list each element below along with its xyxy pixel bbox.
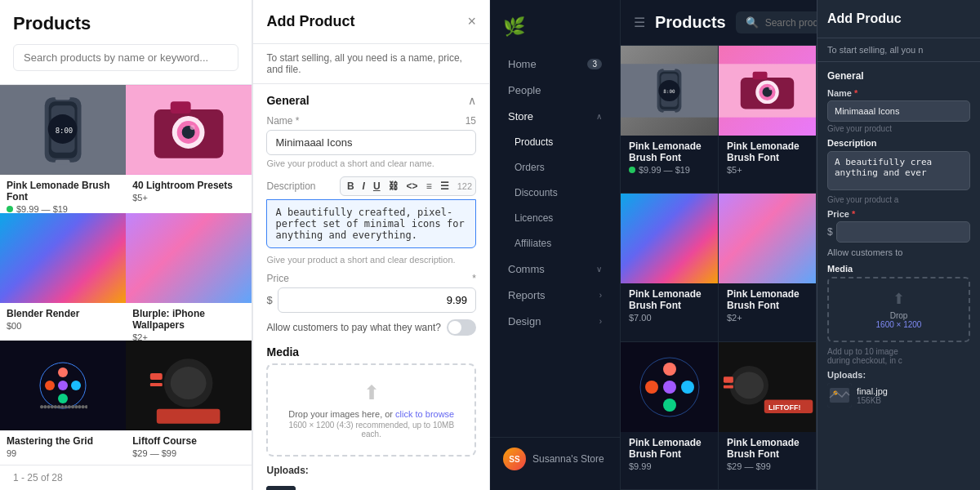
svg-text:8:00: 8:00 [663,88,675,94]
product-name-5: Liftoff Course [132,435,245,447]
svg-rect-25 [150,373,163,380]
dark-nav-affiliates-label: Affiliates [514,238,551,249]
light-product-card-0[interactable]: 8:00 Pink Lemonade Brush Font $9.99 — $1… [0,85,126,213]
light-price-row: $ [266,287,476,313]
dark-nav-item-reports[interactable]: Reports › [495,283,615,308]
dark-nav-item-comms[interactable]: Comms ∨ [495,256,615,282]
svg-point-17 [58,368,68,377]
dark-product-info-2: Pink Lemonade Brush Font $7.00 [621,283,718,329]
dark-nav-item-affiliates[interactable]: Affiliates [501,231,615,256]
dark-product-card-4[interactable]: Pink Lemonade Brush Font $9.99 [621,342,719,490]
light-products-title: Products [13,13,238,34]
dark-product-card-1[interactable]: Pink Lemonade Brush Font $5+ [719,46,817,194]
chevron-up-icon: ∧ [468,94,476,107]
dark-product-info-3: Pink Lemonade Brush Font $2+ [719,283,816,329]
list-button[interactable]: ≡ [423,179,435,194]
dark-allow-custom-label: Allow customers to [827,247,902,257]
dark-product-name-4: Pink Lemonade Brush Font [629,437,710,460]
dark-menu-icon[interactable]: ☰ [634,15,645,30]
light-product-card-1[interactable]: 40 Lightroom Presets $5+ [126,85,252,213]
dark-panel: 🌿 Home 3 People Store ∧ Products Orders [490,0,980,490]
dark-search-input[interactable] [765,17,817,29]
code-button[interactable]: <> [403,179,421,194]
dark-name-input[interactable] [827,100,970,122]
svg-point-16 [45,381,55,390]
dark-page-title: Products [655,13,726,32]
light-product-card-4[interactable]: ●●●●●●●●●●●●●●●●● Mastering the Grid 99 [0,341,126,465]
light-allow-custom-toggle[interactable] [447,319,476,336]
dark-desc-textarea[interactable]: A beautifully crea anything and ever [827,151,970,190]
product-name-3: Blurple: iPhone Wallpapers [132,308,245,331]
light-modal-header: Add Product × [253,0,489,44]
product-image-render [0,213,126,303]
dark-product-name-2: Pink Lemonade Brush Font [629,288,710,311]
light-allow-custom-label: Allow customers to pay what they want? [266,322,440,333]
light-product-card-5[interactable]: LIFTOFF! Liftoff Course $29 — $99 [126,341,252,465]
dark-search-icon: 🔍 [746,16,759,29]
light-product-card-3[interactable]: Blurple: iPhone Wallpapers $2+ [126,213,252,341]
light-products-header: Products [0,0,252,85]
light-name-input[interactable] [266,130,476,155]
light-modal-title: Add Product [266,13,354,30]
chevron-right-icon: › [599,291,602,300]
dark-nav-item-people[interactable]: People [495,78,615,103]
dark-upload-filename: final.jpg [857,386,970,396]
ordered-list-button[interactable]: ☰ [437,179,452,194]
svg-point-19 [58,394,68,403]
light-price-input[interactable] [278,287,476,313]
dark-product-info-5: Pink Lemonade Brush Font $29 — $99 [719,432,816,478]
light-media-drop[interactable]: ⬆ Drop your images here, or click to bro… [266,363,476,457]
svg-point-18 [71,381,81,390]
dark-product-card-5[interactable]: LIFTOFF! Pink Lemonade Brush Font $29 — … [719,342,817,490]
dark-price-input[interactable] [836,221,970,243]
dark-nav-item-home[interactable]: Home 3 [495,51,615,77]
dark-nav-products-label: Products [514,136,553,148]
light-upload-section: Uploads: final.jpg 156KB ··· [266,465,476,490]
dark-nav-orders-label: Orders [514,162,545,173]
light-price-label: Price * [266,273,476,284]
light-product-card-2[interactable]: Blender Render $00 [0,213,126,341]
dark-nav-item-licences[interactable]: Licences [501,206,615,230]
svg-text:●●●●●●●●●●●●●●●●●: ●●●●●●●●●●●●●●●●● [40,403,87,410]
light-media-size: 1600 × 1200 (4:3) recommended, up to 10M… [284,421,458,439]
dark-nav-item-orders[interactable]: Orders [501,155,615,180]
light-desc-textarea[interactable]: A beautifully creafted, pixel-perfect se… [266,199,476,248]
bold-button[interactable]: B [344,179,358,194]
dark-product-price-4: $9.99 [629,461,710,471]
italic-button[interactable]: I [359,179,368,194]
dark-product-card-2[interactable]: Pink Lemonade Brush Font $7.00 [621,194,719,341]
dark-product-name-5: Pink Lemonade Brush Font [727,437,808,460]
dark-product-price-5: $29 — $99 [727,461,808,471]
light-desc-label: Description [266,180,315,192]
dark-nav-store-sub: Products Orders Discounts Licences Affil… [490,130,620,256]
light-price-symbol: $ [266,294,272,306]
underline-button[interactable]: U [370,179,384,194]
light-products-grid: 8:00 Pink Lemonade Brush Font $9.99 — $1… [0,85,252,465]
dark-nav-item-discounts[interactable]: Discounts [501,180,615,205]
dark-general-label: General [827,70,970,82]
dark-nav-reports-label: Reports [508,289,546,301]
dark-name-label: Name * [827,88,970,98]
dark-product-img-2 [621,194,718,283]
svg-point-51 [663,363,676,376]
dark-product-price-0: $9.99 — $19 [629,165,710,175]
dark-nav-item-products[interactable]: Products [501,130,615,154]
dark-uploads-label: Uploads: [827,370,970,380]
light-modal-close-button[interactable]: × [467,13,476,30]
product-image-watch: 8:00 [0,85,126,175]
dark-product-card-3[interactable]: Pink Lemonade Brush Font $2+ [719,194,817,341]
light-name-label: Name * 15 [266,115,476,127]
dark-nav-item-store[interactable]: Store ∧ [495,104,615,129]
light-search-input[interactable] [13,44,238,71]
dark-media-drop[interactable]: ⬆ Drop1600 × 1200 [827,277,970,342]
product-info-2: Blender Render $00 [0,303,126,337]
dark-product-card-0[interactable]: 8:00 Pink Lemonade Brush Font $9.99 — $1… [621,46,719,194]
link-button[interactable]: ⛓ [385,179,402,194]
light-modal-subtitle: To start selling, all you need is a name… [253,44,489,84]
dark-nav-item-design[interactable]: Design › [495,309,615,334]
light-media-browse-link[interactable]: click to browse [395,409,454,419]
dark-upload-fileinfo: final.jpg 156KB [857,386,970,405]
light-footer: 1 - 25 of 28 [0,465,252,490]
product-price-3: $2+ [132,332,245,341]
dark-upload-icon: ⬆ [840,290,957,308]
